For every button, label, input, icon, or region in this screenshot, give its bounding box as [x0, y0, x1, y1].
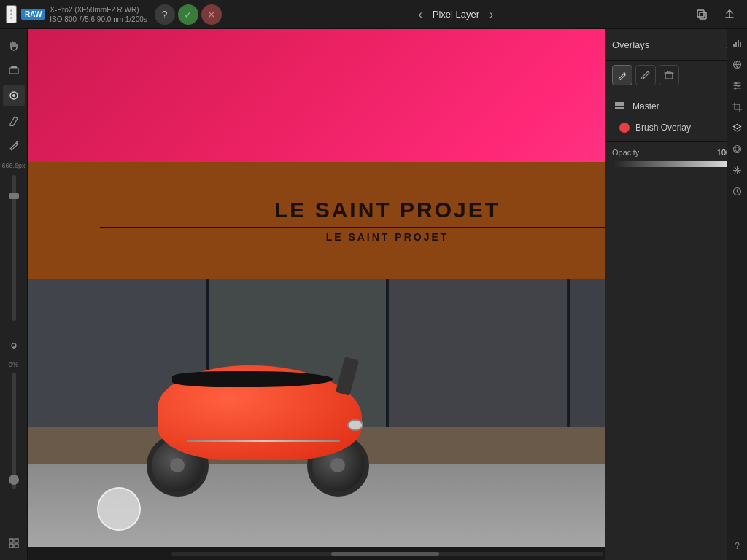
help-panel-button[interactable]: ? — [728, 537, 747, 556]
eyedropper-overlay-button[interactable] — [635, 65, 656, 85]
svg-rect-1 — [697, 10, 704, 17]
svg-point-23 — [735, 87, 737, 89]
opacity-label: 0% — [9, 361, 18, 368]
crop-button[interactable] — [728, 97, 747, 116]
scroll-thumb[interactable] — [331, 552, 439, 556]
svg-point-22 — [738, 85, 740, 87]
svg-rect-12 — [665, 73, 673, 79]
svg-rect-24 — [735, 104, 740, 109]
adjustments-button[interactable] — [728, 76, 747, 95]
menu-button[interactable] — [6, 5, 17, 23]
master-layer-label: Master — [632, 101, 659, 112]
paint-tool[interactable] — [3, 134, 25, 156]
close-button[interactable]: ✕ — [201, 4, 222, 25]
svg-rect-8 — [15, 539, 18, 542]
svg-rect-14 — [615, 107, 624, 109]
copy-button[interactable] — [690, 3, 713, 26]
opacity-slider[interactable] — [612, 161, 740, 167]
opacity-label: Opacity — [612, 148, 639, 157]
transform-tool[interactable] — [3, 532, 25, 554]
brush-tool-button[interactable] — [612, 65, 632, 85]
svg-point-21 — [735, 82, 738, 84]
svg-point-5 — [12, 94, 15, 97]
overlays-title: Overlays — [612, 39, 649, 50]
sparkle-button[interactable] — [728, 160, 747, 179]
svg-rect-2 — [9, 68, 18, 74]
brush-dot-icon — [619, 122, 630, 133]
layer-name: Pixel Layer — [433, 9, 479, 20]
overlays-toolbar — [605, 61, 747, 90]
svg-rect-19 — [740, 42, 741, 47]
size-slider-thumb[interactable] — [9, 193, 19, 199]
top-center: ‹ Pixel Layer › — [226, 7, 686, 23]
help-button[interactable]: ? — [155, 4, 175, 25]
svg-rect-18 — [738, 40, 739, 47]
master-layer-icon — [612, 99, 627, 114]
nav-prev-button[interactable]: ‹ — [414, 7, 426, 23]
master-layer-item[interactable]: Master — [605, 95, 747, 118]
hand-tool[interactable] — [3, 35, 25, 57]
top-bar: RAW X-Pro2 (XF50mmF2 R WR) ISO 800 ƒ/5.6… — [0, 0, 747, 29]
svg-rect-16 — [733, 44, 735, 47]
circle-indicator[interactable] — [97, 487, 141, 531]
share-button[interactable] — [718, 3, 741, 26]
layer-list: Master Brush Overlay — [605, 90, 747, 141]
svg-rect-13 — [615, 104, 624, 106]
scooter — [136, 336, 384, 497]
brush-overlay-item[interactable]: Brush Overlay — [605, 118, 747, 137]
filter-button[interactable] — [728, 139, 747, 158]
overlays-panel: Overlays Master — [605, 29, 747, 560]
mask-tool[interactable] — [3, 85, 25, 106]
raw-badge: RAW — [21, 9, 45, 20]
svg-rect-0 — [700, 12, 706, 19]
main-area: 666.6px 0% — [0, 29, 747, 560]
left-toolbar: 666.6px 0% — [0, 29, 28, 560]
svg-rect-9 — [9, 544, 13, 548]
top-right — [690, 3, 741, 26]
opacity-slider-thumb[interactable] — [9, 475, 19, 485]
overlays-header: Overlays — [605, 29, 747, 61]
svg-rect-15 — [615, 102, 624, 104]
svg-rect-17 — [735, 42, 737, 47]
svg-rect-10 — [15, 544, 18, 548]
brush-overlay-label: Brush Overlay — [635, 122, 691, 133]
globe-button[interactable] — [728, 55, 747, 74]
eyedropper-tool[interactable] — [3, 335, 25, 357]
histogram-button[interactable] — [728, 34, 747, 52]
opacity-row: Opacity 100 % — [612, 148, 740, 157]
svg-point-11 — [642, 77, 644, 79]
size-label: 666.6px — [1, 162, 25, 169]
svg-rect-3 — [11, 66, 17, 68]
eraser-tool[interactable] — [3, 109, 25, 131]
top-bar-actions: ? ✓ ✕ — [155, 4, 222, 25]
nav-next-button[interactable]: › — [485, 7, 498, 23]
layers-panel-button[interactable] — [728, 118, 747, 137]
right-icons-column: ? — [727, 29, 747, 560]
top-bar-left: RAW X-Pro2 (XF50mmF2 R WR) ISO 800 ƒ/5.6… — [6, 4, 222, 25]
file-info: X-Pro2 (XF50mmF2 R WR) ISO 800 ƒ/5.6 90.… — [50, 5, 147, 24]
opacity-section: Opacity 100 % — [605, 141, 747, 173]
awning-text-small: LE SAINT PROJET — [100, 227, 676, 243]
confirm-button[interactable]: ✓ — [178, 4, 198, 25]
history-button[interactable] — [728, 182, 747, 201]
svg-point-25 — [735, 147, 740, 151]
svg-rect-7 — [9, 539, 13, 542]
layers-tool[interactable] — [3, 60, 25, 82]
awning-text-large: LE SAINT PROJET — [274, 198, 500, 222]
delete-overlay-button[interactable] — [659, 65, 679, 85]
